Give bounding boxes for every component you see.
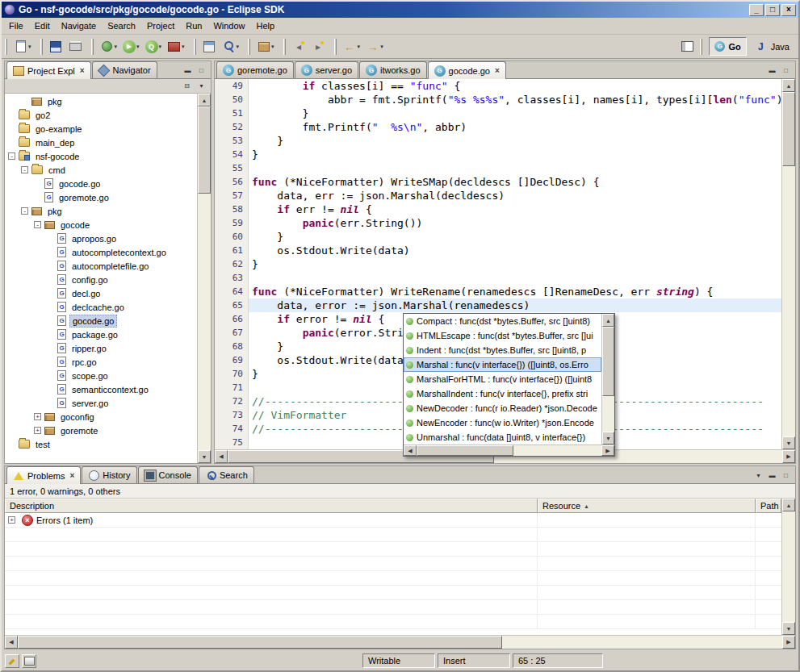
view-maximize-icon[interactable]: □: [195, 65, 207, 76]
dropdown-arrow-icon[interactable]: ▾: [28, 44, 31, 50]
tree-item-autocompletefile-go[interactable]: Gautocompletefile.go: [5, 259, 197, 273]
scroll-up-icon[interactable]: ▲: [198, 94, 211, 106]
run-last-launched-button[interactable]: ▾: [143, 38, 165, 56]
scroll-down-icon[interactable]: ▼: [782, 622, 795, 635]
autocomplete-item-newdecoder[interactable]: NewDecoder : func(r io.Reader) *json.Dec…: [404, 401, 601, 415]
open-type-button[interactable]: [200, 37, 219, 56]
close-icon[interactable]: ×: [495, 66, 500, 75]
autocomplete-item-htmlescape[interactable]: HTMLEscape : func(dst *bytes.Buffer, src…: [404, 328, 601, 343]
menu-search[interactable]: Search: [102, 19, 141, 33]
open-perspective-button[interactable]: [678, 37, 697, 56]
debug-button[interactable]: ▾: [98, 37, 120, 56]
column-header-resource[interactable]: Resource▲: [538, 499, 756, 513]
scroll-up-icon[interactable]: ▲: [782, 499, 795, 511]
code-line-57[interactable]: 57 data, err := json.Marshal(decldescs): [215, 189, 781, 202]
close-icon[interactable]: ×: [80, 66, 85, 75]
plus-expander-icon[interactable]: +: [8, 516, 15, 524]
tree-item-gocode-go[interactable]: Ggocode.go: [5, 177, 197, 190]
code-line-51[interactable]: 51 }: [215, 106, 781, 120]
tree-item-goconfig[interactable]: +goconfig: [5, 410, 197, 424]
tree-item-config-go[interactable]: Gconfig.go: [5, 273, 197, 286]
code-line-65[interactable]: 65 data, error := json.Marshal(renamedes…: [215, 298, 781, 312]
perspective-go[interactable]: GGo: [709, 37, 746, 56]
autocomplete-item-compact[interactable]: Compact : func(dst *bytes.Buffer, src []…: [404, 314, 601, 328]
autocomplete-item-marshal[interactable]: Marshal : func(v interface{}) ([]uint8, …: [404, 357, 601, 372]
forward-button[interactable]: ▾: [363, 37, 386, 56]
code-line-63[interactable]: 63: [215, 271, 781, 285]
next-annotation-button[interactable]: [309, 37, 328, 56]
tree-item-ripper-go[interactable]: Gripper.go: [5, 341, 197, 355]
menu-project[interactable]: Project: [141, 19, 180, 33]
code-line-53[interactable]: 53 }: [215, 134, 781, 148]
code-line-61[interactable]: 61 os.Stdout.Write(data): [215, 244, 781, 257]
perspective-java[interactable]: Java: [748, 37, 795, 56]
code-line-50[interactable]: 50 abbr = fmt.Sprintf("%s %s%s", classes…: [215, 93, 781, 106]
scrollbar-thumb[interactable]: [602, 327, 614, 396]
editor-tab-itworks-go[interactable]: Gitworks.go: [359, 61, 427, 78]
scrollbar-thumb[interactable]: [198, 106, 211, 194]
scrollbar-thumb[interactable]: [782, 92, 795, 166]
plus-expander-icon[interactable]: +: [34, 427, 41, 434]
problems-vertical-scrollbar[interactable]: ▲ ▼: [781, 499, 795, 635]
code-line-62[interactable]: 62}: [215, 257, 781, 271]
editor-vertical-scrollbar[interactable]: ▲ ▼: [781, 79, 795, 449]
menu-run[interactable]: Run: [180, 19, 207, 33]
scroll-down-icon[interactable]: ▼: [782, 436, 795, 449]
scrollbar-track[interactable]: [18, 636, 782, 649]
maximize-button[interactable]: □: [765, 4, 780, 16]
tree-item-scope-go[interactable]: Gscope.go: [5, 369, 197, 382]
scroll-left-icon[interactable]: ◀: [5, 636, 18, 649]
save-button[interactable]: [47, 37, 65, 56]
scrollbar-track[interactable]: [198, 106, 211, 450]
code-line-58[interactable]: 58 if err != nil {: [215, 202, 781, 216]
view-menu-icon[interactable]: ▾: [195, 81, 207, 92]
tree-item-server-go[interactable]: Gserver.go: [5, 396, 197, 410]
minimize-button[interactable]: _: [749, 4, 764, 16]
code-line-49[interactable]: 49 if classes[i] == "func" {: [215, 79, 781, 93]
dropdown-arrow-icon[interactable]: ▾: [182, 44, 185, 50]
autocomplete-item-marshalindent[interactable]: MarshalIndent : func(v interface{}, pref…: [404, 386, 601, 401]
scroll-down-icon[interactable]: ▼: [198, 450, 211, 463]
minus-expander-icon[interactable]: -: [34, 221, 41, 228]
back-button[interactable]: ▾: [341, 37, 363, 56]
scroll-up-icon[interactable]: ▲: [602, 314, 614, 327]
menu-navigate[interactable]: Navigate: [56, 19, 102, 33]
editor-tab-server-go[interactable]: Gserver.go: [295, 61, 358, 78]
tree-item-apropos-go[interactable]: Gapropos.go: [5, 232, 197, 245]
new-package-button[interactable]: ▾: [254, 37, 277, 56]
tree-item-goremote-go[interactable]: Ggoremote.go: [5, 190, 197, 204]
scroll-down-icon[interactable]: ▼: [602, 432, 614, 445]
previous-annotation-button[interactable]: [290, 37, 308, 56]
tree-item-semanticcontext-go[interactable]: Gsemanticcontext.go: [5, 382, 197, 396]
view-maximize-icon[interactable]: □: [780, 470, 792, 481]
tree-item-main-dep[interactable]: main_dep: [5, 136, 197, 149]
dropdown-arrow-icon[interactable]: ▾: [380, 44, 383, 50]
tree-item-go2[interactable]: go2: [5, 108, 197, 122]
code-line-56[interactable]: 56func (*NiceFormatter) WriteSMap(declde…: [215, 175, 781, 189]
scroll-left-icon[interactable]: ◀: [404, 445, 417, 456]
close-icon[interactable]: ×: [69, 471, 74, 480]
tree-item-autocompletecontext-go[interactable]: Gautocompletecontext.go: [5, 245, 197, 259]
column-header-description[interactable]: Description: [5, 499, 538, 513]
code-line-54[interactable]: 54}: [215, 148, 781, 161]
view-tab-console[interactable]: Console: [138, 466, 198, 483]
scroll-right-icon[interactable]: ▶: [601, 445, 614, 456]
run-button[interactable]: ▾: [120, 38, 142, 56]
view-tab-navigator[interactable]: Navigator: [92, 61, 157, 78]
view-tab-project-expl[interactable]: Project Expl×: [6, 61, 91, 79]
view-minimize-icon[interactable]: ▬: [182, 65, 194, 76]
editor-tab-goremote-go[interactable]: Ggoremote.go: [216, 61, 294, 78]
dropdown-arrow-icon[interactable]: ▾: [115, 44, 118, 50]
dropdown-arrow-icon[interactable]: ▾: [159, 44, 162, 50]
tree-item-package-go[interactable]: Gpackage.go: [5, 328, 197, 341]
tree-item-test[interactable]: test: [5, 437, 197, 451]
close-button[interactable]: ×: [781, 4, 796, 16]
menu-edit[interactable]: Edit: [29, 19, 56, 33]
dropdown-arrow-icon[interactable]: ▾: [358, 44, 361, 50]
scroll-left-icon[interactable]: ◀: [215, 450, 228, 463]
autocomplete-item-indent[interactable]: Indent : func(dst *bytes.Buffer, src []u…: [404, 343, 601, 357]
problems-horizontal-scrollbar[interactable]: ◀ ▶: [5, 635, 795, 649]
tree-item-rpc-go[interactable]: Grpc.go: [5, 355, 197, 369]
scrollbar-thumb[interactable]: [18, 636, 502, 649]
code-line-64[interactable]: 64func (*NiceFormatter) WriteRename(rena…: [215, 285, 781, 298]
